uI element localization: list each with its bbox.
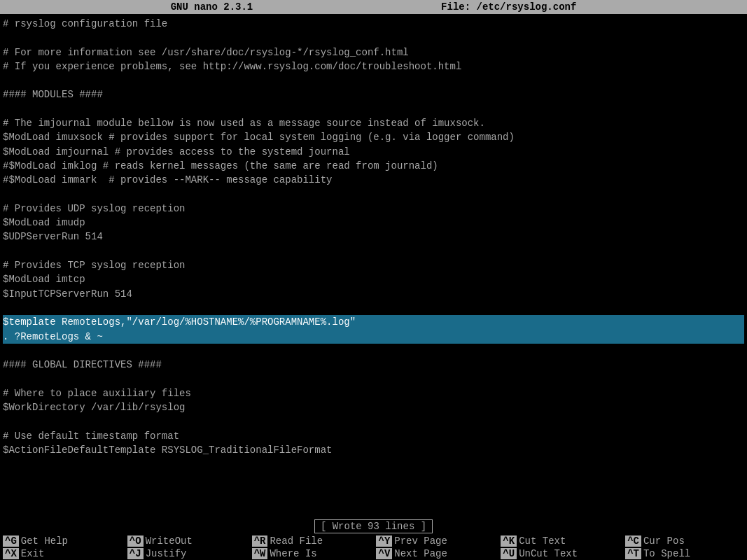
shortcut-item[interactable]: ^UUnCut Text: [498, 547, 622, 560]
editor-line: #$ModLoad imklog # reads kernel messages…: [3, 159, 744, 173]
editor-line: $UDPServerRun 514: [3, 230, 744, 244]
shortcut-item[interactable]: ^XExit: [0, 547, 125, 560]
shortcut-key: ^W: [252, 548, 268, 559]
shortcut-bar: ^GGet Help^OWriteOut^RRead File^YPrev Pa…: [0, 535, 747, 560]
shortcut-label: Where Is: [270, 548, 316, 559]
shortcut-key: ^J: [127, 548, 144, 559]
editor-line: [3, 301, 744, 315]
editor-line: [3, 188, 744, 202]
editor-line: $template RemoteLogs,"/var/log/%HOSTNAME…: [3, 315, 744, 329]
editor-line: $ModLoad imjournal # provides access to …: [3, 145, 744, 159]
shortcut-key: ^X: [3, 548, 19, 559]
shortcut-label: Read File: [270, 536, 323, 547]
shortcut-label: Get Help: [21, 536, 68, 547]
editor-line: $ModLoad imuxsock # provides support for…: [3, 130, 744, 144]
editor-line: $ModLoad imtcp: [3, 272, 744, 286]
title-bar: GNU nano 2.3.1 File: /etc/rsyslog.conf: [0, 0, 747, 14]
editor-line: #### MODULES ####: [3, 88, 744, 102]
editor-line: $InputTCPServerRun 514: [3, 287, 744, 301]
editor-line: # If you experience problems, see http:/…: [3, 59, 744, 74]
shortcut-key: ^G: [3, 536, 19, 547]
editor-line: # Provides TCP syslog reception: [3, 258, 744, 272]
shortcut-key: ^O: [127, 536, 144, 547]
shortcut-key: ^R: [252, 536, 268, 547]
editor-line: # The imjournal module bellow is now use…: [3, 116, 744, 130]
shortcut-label: Justify: [146, 548, 187, 559]
shortcut-key: ^K: [501, 536, 517, 547]
shortcut-item[interactable]: ^TTo Spell: [622, 547, 747, 560]
status-bar: [ Wrote 93 lines ]: [0, 518, 747, 535]
shortcut-item[interactable]: ^JJustify: [125, 547, 249, 560]
editor-line: #$ModLoad immark # provides --MARK-- mes…: [3, 173, 744, 187]
editor-line: # Use default timestamp format: [3, 429, 744, 443]
editor-line: # For more information see /usr/share/do…: [3, 46, 744, 59]
shortcut-label: Next Page: [394, 548, 447, 559]
shortcut-key: ^Y: [376, 536, 392, 547]
editor-line: # Provides UDP syslog reception: [3, 202, 744, 216]
shortcut-item[interactable]: ^YPrev Page: [373, 535, 498, 547]
file-path: File: /etc/rsyslog.conf: [441, 1, 576, 13]
shortcut-label: Cur Pos: [643, 536, 685, 547]
shortcut-label: To Spell: [643, 548, 690, 559]
shortcut-label: Prev Page: [394, 536, 447, 547]
editor-line: $ActionFileDefaultTemplate RSYSLOG_Tradi…: [3, 443, 744, 457]
shortcut-key: ^U: [501, 548, 517, 559]
shortcut-item[interactable]: ^WWhere Is: [249, 547, 374, 560]
shortcut-item[interactable]: ^RRead File: [249, 535, 374, 547]
shortcut-item[interactable]: ^OWriteOut: [125, 535, 249, 547]
shortcut-label: UnCut Text: [519, 548, 578, 559]
status-message: [ Wrote 93 lines ]: [314, 519, 433, 533]
shortcut-key: ^V: [376, 548, 392, 559]
editor-line: $ModLoad imudp: [3, 216, 744, 230]
editor-line: #### GLOBAL DIRECTIVES ####: [3, 358, 744, 372]
editor-line: [3, 31, 744, 45]
editor-line: [3, 74, 744, 88]
shortcut-label: Cut Text: [519, 536, 566, 547]
shortcut-label: Exit: [21, 548, 45, 559]
editor-line: [3, 344, 744, 358]
editor-line: [3, 414, 744, 428]
editor-line: [3, 244, 744, 258]
shortcut-item[interactable]: ^CCur Pos: [622, 535, 747, 547]
editor-line: [3, 372, 744, 386]
shortcut-item[interactable]: ^KCut Text: [498, 535, 622, 547]
app-name: GNU nano 2.3.1: [171, 1, 253, 13]
editor-area[interactable]: # rsyslog configuration file # For more …: [0, 14, 747, 518]
editor-line: # rsyslog configuration file: [3, 17, 744, 31]
shortcut-item[interactable]: ^GGet Help: [0, 535, 125, 547]
editor-line: $WorkDirectory /var/lib/rsyslog: [3, 400, 744, 414]
editor-line: [3, 102, 744, 116]
editor-line: # Where to place auxiliary files: [3, 386, 744, 400]
shortcut-key: ^T: [625, 548, 641, 559]
shortcut-item[interactable]: ^VNext Page: [373, 547, 498, 560]
shortcut-key: ^C: [625, 536, 641, 547]
shortcut-label: WriteOut: [146, 536, 193, 547]
editor-line: . ?RemoteLogs & ~: [3, 330, 744, 344]
